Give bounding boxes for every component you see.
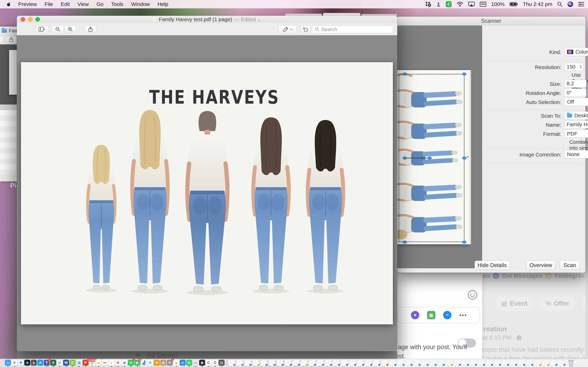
minimized-window-thumbnail[interactable] xyxy=(349,360,356,366)
minimized-window-thumbnail[interactable] xyxy=(438,360,444,366)
minimized-window-thumbnail[interactable] xyxy=(422,360,428,366)
dock-app-icon[interactable]: ▬ xyxy=(95,360,102,367)
dock-app-icon[interactable]: ▭ xyxy=(193,360,199,367)
dock-app-icon[interactable]: ◉ xyxy=(199,360,205,367)
minimized-window-thumbnail[interactable] xyxy=(550,360,557,366)
search-input[interactable]: Search xyxy=(312,25,393,33)
minimized-window-thumbnail[interactable] xyxy=(228,360,235,366)
selection-handle[interactable] xyxy=(462,241,466,244)
scan-button[interactable]: Scan xyxy=(560,261,579,270)
dock-app-icon[interactable]: ▟ xyxy=(141,360,147,367)
dock-app-icon[interactable]: ▤ xyxy=(219,360,225,367)
emoji-smiley-icon[interactable] xyxy=(468,290,477,300)
dock-app-icon[interactable]: P 1 xyxy=(83,360,88,367)
dock-app-icon[interactable]: ◉ xyxy=(24,360,30,367)
edited-label[interactable]: — Edited xyxy=(234,17,256,22)
minimized-window-thumbnail[interactable] xyxy=(518,360,525,366)
hide-details-button[interactable]: Hide Details xyxy=(475,261,510,270)
minimized-window-thumbnail[interactable] xyxy=(309,360,316,366)
zoom-window-button[interactable] xyxy=(35,17,40,22)
selection-handle[interactable] xyxy=(462,157,466,159)
minimized-window-thumbnail[interactable] xyxy=(293,360,299,366)
dock-app-icon[interactable]: ♪ xyxy=(109,360,114,367)
pdf-page[interactable]: THE HARVEYS xyxy=(21,62,393,324)
dock-app-icon[interactable]: ≣ xyxy=(57,360,63,367)
minimized-window-thumbnail[interactable] xyxy=(494,360,501,366)
minimized-window-thumbnail[interactable] xyxy=(526,360,533,366)
dock-app-icon[interactable]: ✱ xyxy=(18,360,24,367)
minimized-window-thumbnail[interactable] xyxy=(446,360,452,366)
document-proxy-icon[interactable] xyxy=(152,17,157,22)
dock-app-icon[interactable]: C xyxy=(206,360,212,367)
minimized-window-thumbnail[interactable] xyxy=(260,360,267,366)
dock-app-icon[interactable]: C xyxy=(212,360,218,367)
dock-app-icon[interactable]: ▤ 14,548 xyxy=(89,360,95,367)
minimized-window-thumbnail[interactable] xyxy=(486,360,493,366)
minimized-window-thumbnail[interactable] xyxy=(534,360,541,366)
dock-app-icon[interactable]: T 5 xyxy=(44,360,50,367)
minimized-window-thumbnail[interactable] xyxy=(510,360,517,366)
dock-app-icon[interactable]: 8 xyxy=(11,360,17,367)
menu-item[interactable]: View xyxy=(78,1,89,7)
dock-app-icon[interactable]: ⚙ 1 xyxy=(167,360,173,367)
minimized-window-thumbnail[interactable] xyxy=(325,360,332,366)
document-view-area[interactable]: THE HARVEYS xyxy=(17,35,397,351)
minimized-window-thumbnail[interactable] xyxy=(430,360,436,366)
feeling-activity-button[interactable]: Feeling/Ac xyxy=(555,273,585,279)
selection-handle[interactable] xyxy=(428,157,432,159)
minimized-window-thumbnail[interactable] xyxy=(285,360,291,366)
minimized-window-thumbnail[interactable] xyxy=(414,360,420,366)
fundraiser-icon[interactable]: ♥ xyxy=(411,311,419,319)
minimized-window-thumbnail[interactable] xyxy=(502,360,509,366)
minimize-button[interactable] xyxy=(28,17,33,22)
dock-app-icon[interactable]: K xyxy=(147,360,153,367)
dock-app-icon[interactable]: ◎ xyxy=(180,360,186,367)
backup-app-icon[interactable] xyxy=(425,1,431,7)
dock-app-icon[interactable]: ◉ xyxy=(121,360,127,367)
combine-checkbox[interactable] xyxy=(565,145,567,151)
notification-center-icon[interactable] xyxy=(578,2,584,7)
size-width-field[interactable]: 8.2 xyxy=(564,80,586,87)
minimized-window-thumbnail[interactable] xyxy=(454,360,460,366)
preview-titlebar[interactable]: Family Harevy test.pdf (1 page) — Edited… xyxy=(17,16,397,23)
zoom-in-button[interactable] xyxy=(64,25,77,33)
menu-bar-clock[interactable]: Thu 2:42 pm xyxy=(523,1,552,7)
minimized-window-thumbnail[interactable] xyxy=(470,360,476,366)
post-type-pill[interactable]: ▦Event xyxy=(495,296,533,311)
dock-app-icon[interactable]: W xyxy=(63,360,69,367)
name-field[interactable]: Family Harevy test xyxy=(564,121,588,128)
title-chevron-icon[interactable]: ⌄ xyxy=(257,17,261,23)
menu-item[interactable]: Window xyxy=(131,1,150,7)
dock-app-icon[interactable]: ▲ xyxy=(31,360,37,367)
dock-app-icon[interactable]: ☺ xyxy=(5,360,11,367)
minimized-window-thumbnail[interactable] xyxy=(373,360,380,366)
markup-button[interactable] xyxy=(279,25,297,33)
dock-app-icon[interactable]: ≔ xyxy=(102,360,108,367)
minimized-window-thumbnail[interactable] xyxy=(333,360,340,366)
live-video-label-fragment[interactable]: eo xyxy=(483,273,490,279)
menu-item[interactable]: File xyxy=(45,1,53,7)
share-button[interactable] xyxy=(85,25,96,33)
minimized-window-thumbnail[interactable] xyxy=(365,360,372,366)
format-popup[interactable]: PDF xyxy=(564,130,588,138)
minimized-window-thumbnail[interactable] xyxy=(558,360,565,366)
zoom-out-button[interactable] xyxy=(52,25,64,33)
photo-video-icon[interactable]: ▦ xyxy=(427,311,435,319)
minimized-window-thumbnail[interactable] xyxy=(542,360,549,366)
minimized-window-thumbnail[interactable] xyxy=(244,360,251,366)
dock-app-icon[interactable]: ▦ xyxy=(76,360,82,367)
menu-item[interactable]: Tools xyxy=(111,1,123,7)
minimized-window-thumbnail[interactable] xyxy=(341,360,348,366)
apple-menu-icon[interactable] xyxy=(6,1,11,7)
toolbar-button[interactable] xyxy=(0,36,3,43)
airplay-icon[interactable] xyxy=(468,1,475,7)
rotation-angle-field[interactable]: 0° xyxy=(564,89,586,96)
dock-app-icon[interactable]: X xyxy=(50,360,56,367)
selection-handle[interactable] xyxy=(403,73,407,75)
scanner-titlebar[interactable]: Scanner xyxy=(397,17,585,25)
more-options-icon[interactable]: ••• xyxy=(459,312,467,319)
selection-handle[interactable] xyxy=(462,73,466,75)
minimized-window-thumbnail[interactable] xyxy=(381,360,388,366)
minimized-window-thumbnail[interactable] xyxy=(406,360,412,366)
get-messages-button[interactable]: Get Messages xyxy=(502,273,542,279)
